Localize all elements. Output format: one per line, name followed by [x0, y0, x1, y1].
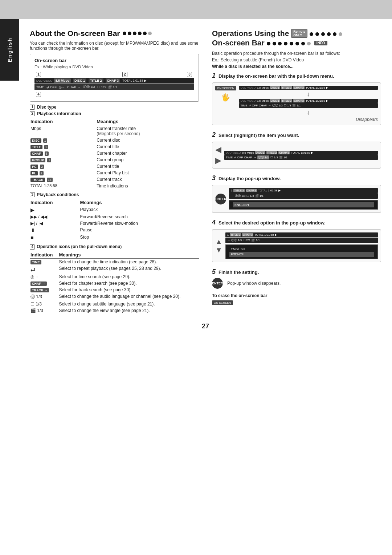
dot-1 [123, 32, 126, 35]
step-2-title: Select (highlight) the item you want. [219, 133, 299, 138]
english-tab-label: English [7, 37, 13, 62]
right-dots-2 [267, 39, 311, 47]
mini-mbps-3: 8.5 Mbps [242, 151, 254, 154]
mean-slowmo: Forward/Reverse slow-motion [79, 220, 199, 227]
table-row: 🎬 1/3 Select to change the view angle (s… [30, 307, 199, 314]
enter-btn-5[interactable]: ENTER [212, 278, 223, 289]
r2-dot-5 [290, 42, 293, 45]
table-row: ◎→ Select for time search (see page 29). [30, 274, 199, 280]
title-badge-s3: TITLE 2 [233, 189, 245, 192]
to-erase-label: To erase the on-screen bar [212, 293, 381, 298]
bottom-bar-s3: → ⓓⓓ 1/3 ☐ 1/3 🎬 1/1 [229, 193, 378, 199]
annotation-2: 2 [122, 72, 128, 77]
mini-bar-2-a: DVD-VIDEO 8.5 Mbps DISC 1 TITLE 2 CHAP 3… [224, 151, 378, 155]
ind-group: GROUP 1 [30, 157, 96, 163]
indications-table-3: Indication Meanings TIME Select to chang… [30, 251, 199, 314]
popup-4: ENGLISH FRENCH [225, 244, 378, 259]
mean-repeat: Select to repeat playback (see pages 25,… [58, 265, 199, 274]
angle-icon: 🎬 1/1 [108, 85, 117, 89]
mean-pause: Pause [79, 227, 199, 234]
up-arrow-btn[interactable]: ◀ [215, 145, 221, 154]
mean-mbps: Current transfer rate(Megabits per secon… [96, 125, 199, 137]
audio-s4: ⓓⓓ 1/3 [231, 238, 242, 242]
table-row: TOTAL 1:25:58 Time indications [30, 183, 199, 189]
down-arrow-s4[interactable]: ▼ [215, 246, 222, 254]
dot-2 [128, 32, 131, 35]
playback-info-row: 2 Playback information [30, 111, 199, 116]
playback-conditions-label: Playback conditions [37, 192, 79, 197]
mean-group: Current group [96, 157, 199, 163]
on-screen-btn-1[interactable]: ON SCREEN [215, 86, 236, 90]
disc-type-label: Disc type [37, 105, 56, 110]
step-2-number: 2 [212, 131, 216, 139]
info-badge: INFO [314, 41, 327, 45]
arrow-s4: → [227, 239, 230, 242]
ind-track-search: TRACK → [30, 287, 58, 293]
popup-item-french-4[interactable]: FRENCH [229, 252, 374, 257]
mbps-badge: 8.5 Mbps [54, 78, 71, 83]
chap-arrow-icon: CHAP. → [67, 85, 81, 89]
sub-s3: ☐ 1/3 [246, 194, 254, 198]
r-dot-1 [310, 32, 313, 36]
right-column: Operations Using the RemoteONLY On-scree… [212, 29, 381, 314]
mini-bar-2-b: TIME ⇄ OFF CHAP. → ⓓⓓ 1/3 ☐ 1/3 🎬 1/1 [224, 155, 378, 160]
ind-subtitle: ☐ 1/3 [30, 301, 58, 307]
while-text: While a disc is selected as the source..… [212, 64, 381, 69]
page-number: 27 [30, 323, 381, 330]
right-dots-1 [310, 29, 342, 38]
playback-conditions-section: 3 Playback conditions [30, 192, 199, 198]
right-header: Operations Using the RemoteONLY On-scree… [212, 29, 381, 47]
annotation-3: 3 [187, 72, 193, 77]
onscreen-box-title: On-screen bar [34, 58, 194, 63]
table-row: ▶| / |◀ Forward/Reverse slow-motion [30, 220, 199, 227]
mini-chap-3: CHAP 3 [278, 151, 290, 154]
mean-time: Select to change the time indication (se… [58, 259, 199, 266]
step-3-number: 3 [212, 174, 216, 182]
mini-disc: DISC 1 [270, 86, 280, 89]
sub-icon: ☐ 1/3 [97, 85, 106, 89]
enter-btn-3[interactable]: ENTER [215, 194, 226, 204]
sub-s4: ☐ 2/3 [243, 239, 250, 242]
repeat-icon: ⇄ OFF [46, 85, 57, 89]
two-column-layout: About the On-screen Bar You can check th… [30, 29, 381, 314]
ind-pause: ⏸ [30, 227, 79, 234]
step-4-title: Select the desired option in the pop-up … [219, 220, 326, 226]
mini-dvd-video: DVD-VIDEO [241, 86, 256, 89]
ind-title: TITLE 2 [30, 143, 96, 150]
step-2: 2 Select (highlight) the item you want. … [212, 131, 381, 169]
chap-2: CHAP. → [259, 104, 271, 107]
col-header-meanings-2: Meanings [79, 199, 199, 206]
r2-dot-3 [278, 42, 282, 45]
title-dots [123, 32, 152, 35]
title-s3: 1 [231, 189, 232, 192]
ind-chap-search: CHAP → [30, 280, 58, 287]
top-bar [0, 0, 392, 19]
ind-mbps: Mbps [30, 125, 96, 137]
dvd-bar-top: DVD-VIDEO 8.5 Mbps DISC 1 TITLE 2 CHAP 3… [34, 78, 194, 84]
mean-total: Time indications [96, 183, 199, 189]
chap-badge: CHAP 3 [106, 78, 121, 83]
arrow-down-1: ↓ [239, 90, 378, 98]
title-badge: TITLE 2 [89, 78, 103, 83]
popup-item-english-4[interactable]: ENGLISH [229, 247, 374, 252]
total-s3: TOTAL 1:01:58 ▶ [258, 189, 281, 192]
indications-table-1: Indication Meanings Mbps Current transfe… [30, 118, 199, 189]
table-row: ▶▶ / ◀◀ Forward/Reverse search [30, 214, 199, 220]
on-screen-btn-5[interactable]: ON SCREEN [212, 300, 233, 305]
num-1-label: 1 [30, 105, 35, 110]
ind-stop: ■ [30, 234, 79, 241]
mean-track: Current track [96, 176, 199, 183]
down-arrow-btn[interactable]: ▶ [215, 156, 221, 165]
r2-dot-2 [273, 42, 276, 45]
operations-title-line2: On-screen Bar INFO [212, 39, 381, 47]
mini-total: TOTAL 1:01:58 ▶ [306, 86, 328, 89]
r-dot-3 [321, 32, 325, 36]
operations-title-line1: Operations Using the RemoteONLY [212, 29, 381, 38]
dot-3 [133, 32, 136, 35]
up-arrow-s4[interactable]: ▲ [215, 238, 222, 246]
popup-item-english[interactable]: ENGLISH [233, 202, 374, 207]
step-3-header: 3 Display the pop-up window. [212, 174, 381, 182]
dot-5 [143, 32, 147, 35]
angle-s3: 🎬 1/1 [255, 194, 264, 198]
mean-chap-search: Select for chapter search (see page 30). [58, 280, 199, 287]
